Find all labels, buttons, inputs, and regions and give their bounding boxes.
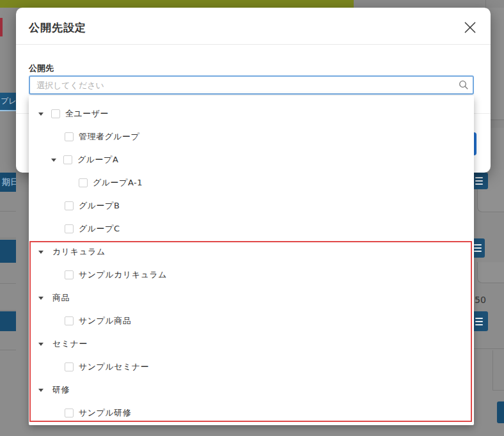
tree-item-sample-product[interactable]: サンプル商品 <box>29 309 474 332</box>
publish-target-search-input[interactable] <box>29 75 474 95</box>
caret-down-icon[interactable] <box>38 389 43 392</box>
checkbox[interactable] <box>65 201 74 210</box>
background-row-divider <box>0 283 16 284</box>
tree-item-sample-training[interactable]: サンプル研修 <box>29 401 474 424</box>
checkbox[interactable] <box>65 316 74 325</box>
caret-down-icon[interactable] <box>38 343 43 346</box>
caret-down-icon[interactable] <box>38 251 43 254</box>
checkbox[interactable] <box>65 362 74 371</box>
tree-item-all-users[interactable]: 全ユーザー <box>29 102 474 125</box>
checkbox[interactable] <box>65 132 74 141</box>
screen: プレ 期日 50 公開先設定 公開先 <box>0 0 504 436</box>
tree-item-label: カリキュラム <box>52 246 106 258</box>
checkbox[interactable] <box>65 270 74 279</box>
background-count-text: 50 <box>475 295 486 305</box>
tree-item-group-a-1[interactable]: グループA-1 <box>29 171 474 194</box>
background-row-divider <box>0 310 16 311</box>
background-preview-button: プレ <box>0 93 16 110</box>
background-row-divider <box>0 238 16 238</box>
list-icon <box>475 316 483 327</box>
tree-item-label: グループB <box>79 200 120 212</box>
tree-item-training[interactable]: 研修 <box>29 378 474 401</box>
search-icon <box>459 80 469 90</box>
checkbox[interactable] <box>63 155 72 164</box>
checkbox[interactable] <box>51 109 60 118</box>
tree-item-curriculum[interactable]: カリキュラム <box>29 240 474 263</box>
publish-target-search-box <box>29 75 474 95</box>
checkbox[interactable] <box>65 409 74 417</box>
tree-item-admin-group[interactable]: 管理者グループ <box>29 125 474 148</box>
tree-item-label: サンプルセミナー <box>79 361 149 373</box>
tree-item-label: 管理者グループ <box>79 131 139 143</box>
tree-item-label: セミナー <box>52 338 88 350</box>
list-icon <box>474 242 482 254</box>
tree-item-label: サンプル商品 <box>79 315 131 327</box>
background-topbar <box>0 0 354 8</box>
tree-item-label: 商品 <box>52 292 70 304</box>
background-table-row-navy <box>0 240 16 263</box>
background-row-divider <box>0 350 16 350</box>
tree-item-sample-curriculum[interactable]: サンプルカリキュラム <box>29 263 474 286</box>
tree-item-label: 全ユーザー <box>65 108 109 120</box>
tree-item-label: 研修 <box>52 384 70 396</box>
tree-item-sample-seminar[interactable]: サンプルセミナー <box>29 355 474 378</box>
list-icon <box>475 175 483 187</box>
tree-item-label: グループA <box>77 154 118 166</box>
tree-item-seminar[interactable]: セミナー <box>29 332 474 355</box>
caret-down-icon[interactable] <box>38 297 43 300</box>
tree-item-group-c[interactable]: グループC <box>29 217 474 240</box>
tree-item-group-a[interactable]: グループA <box>29 148 474 171</box>
background-topbar-right <box>354 0 504 8</box>
tree-item-group-b[interactable]: グループB <box>29 194 474 217</box>
background-table-header-due-date: 期日 <box>0 173 16 192</box>
tree-item-label: グループA-1 <box>93 177 143 189</box>
background-table-row-navy <box>0 311 16 331</box>
publish-target-tree-dropdown: 全ユーザー 管理者グループ グループA グループA-1 グループB グループC … <box>29 96 474 425</box>
checkbox[interactable] <box>79 178 88 187</box>
background-tab-underline <box>0 110 16 111</box>
caret-down-icon[interactable] <box>51 159 56 162</box>
publish-target-field-label: 公開先 <box>29 63 54 74</box>
modal-title: 公開先設定 <box>29 20 86 35</box>
checkbox[interactable] <box>65 224 74 233</box>
tree-item-product[interactable]: 商品 <box>29 286 474 309</box>
tree-item-label: サンプルカリキュラム <box>79 269 167 281</box>
background-card-edge <box>492 390 504 391</box>
background-card-corner <box>472 348 504 351</box>
close-icon[interactable] <box>462 19 478 36</box>
background-red-badge <box>0 18 3 36</box>
tree-item-label: サンプル研修 <box>79 407 131 419</box>
tree-item-label: グループC <box>79 223 120 235</box>
background-card <box>477 262 504 283</box>
background-row-divider <box>0 211 16 212</box>
caret-down-icon[interactable] <box>38 113 43 116</box>
background-navy-block <box>497 401 504 423</box>
background-card-edge <box>492 350 493 390</box>
modal-header-divider <box>16 44 491 45</box>
